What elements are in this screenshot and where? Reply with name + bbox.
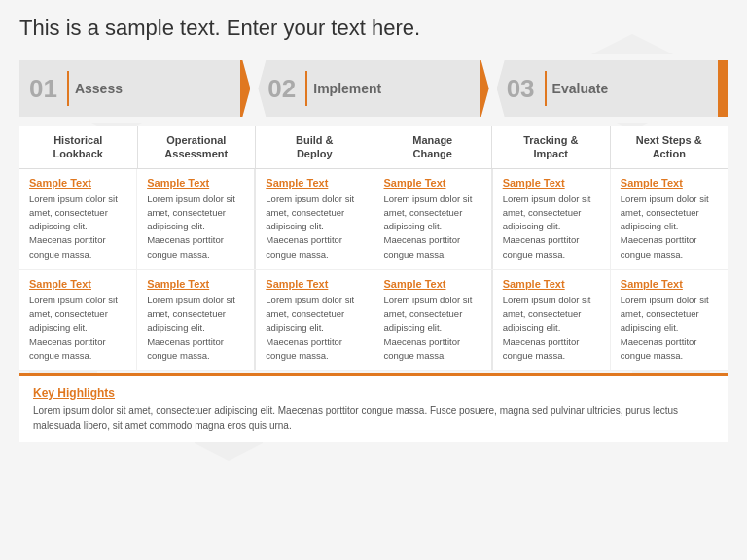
sample-link-2-6[interactable]: Sample Text xyxy=(621,278,718,290)
sample-link-1-3[interactable]: Sample Text xyxy=(266,177,363,189)
content-cell-2-3: Sample Text Lorem ipsum dolor sit amet, … xyxy=(256,270,374,370)
lorem-2-6: Lorem ipsum dolor sit amet, consectetuer… xyxy=(621,294,718,363)
step-2-orange-tab xyxy=(480,60,489,117)
lorem-2-5: Lorem ipsum dolor sit amet, consectetuer… xyxy=(503,294,600,363)
lorem-1-1: Lorem ipsum dolor sit amet, consectetuer… xyxy=(29,192,126,262)
col-pair-1: Sample Text Lorem ipsum dolor sit amet, … xyxy=(19,169,256,269)
step-3-label: Evaluate xyxy=(552,81,609,96)
subheader-2: Operational Assessment xyxy=(138,126,257,168)
steps-row: 01 Assess 02 Implement 03 Evaluate xyxy=(19,54,728,122)
content-area: Sample Text Lorem ipsum dolor sit amet, … xyxy=(19,169,728,372)
sample-link-1-5[interactable]: Sample Text xyxy=(503,177,600,189)
lorem-1-3: Lorem ipsum dolor sit amet, consectetuer… xyxy=(266,192,363,262)
col-pair-4: Sample Text Lorem ipsum dolor sit amet, … xyxy=(19,270,256,370)
content-cell-2-1: Sample Text Lorem ipsum dolor sit amet, … xyxy=(19,270,137,370)
step-1-divider xyxy=(67,71,69,106)
subheader-3: Build & Deploy xyxy=(256,126,374,168)
step-3-orange-tab xyxy=(718,60,728,117)
lorem-2-1: Lorem ipsum dolor sit amet, consectetuer… xyxy=(29,294,126,363)
step-3: 03 Evaluate xyxy=(497,60,728,117)
col-pair-5: Sample Text Lorem ipsum dolor sit amet, … xyxy=(256,270,492,370)
step-1-label: Assess xyxy=(75,81,123,96)
content-cell-1-4: Sample Text Lorem ipsum dolor sit amet, … xyxy=(374,169,491,269)
subheader-row: Historical Lookback Operational Assessme… xyxy=(19,126,728,169)
highlights-title: Key Highlights xyxy=(33,386,714,400)
highlights-text: Lorem ipsum dolor sit amet, consectetuer… xyxy=(33,403,714,433)
page-wrapper: This is a sample text. Enter your text h… xyxy=(0,0,747,456)
lorem-1-4: Lorem ipsum dolor sit amet, consectetuer… xyxy=(384,192,481,262)
sample-link-2-2[interactable]: Sample Text xyxy=(147,278,244,290)
subheader-1: Historical Lookback xyxy=(19,126,138,168)
step-2-number: 02 xyxy=(267,74,296,104)
sample-link-1-2[interactable]: Sample Text xyxy=(147,177,244,189)
content-row-1: Sample Text Lorem ipsum dolor sit amet, … xyxy=(19,169,728,270)
step-1-orange-tab xyxy=(240,60,250,117)
lorem-1-2: Lorem ipsum dolor sit amet, consectetuer… xyxy=(147,192,244,262)
page-title: This is a sample text. Enter your text h… xyxy=(19,16,728,41)
content-cell-2-6: Sample Text Lorem ipsum dolor sit amet, … xyxy=(611,270,728,370)
content-cell-1-1: Sample Text Lorem ipsum dolor sit amet, … xyxy=(19,169,137,269)
lorem-2-3: Lorem ipsum dolor sit amet, consectetuer… xyxy=(266,294,363,363)
sample-link-1-6[interactable]: Sample Text xyxy=(621,177,718,189)
content-cell-2-2: Sample Text Lorem ipsum dolor sit amet, … xyxy=(137,270,254,370)
subheader-4: Manage Change xyxy=(374,126,493,168)
content-cell-1-6: Sample Text Lorem ipsum dolor sit amet, … xyxy=(611,169,728,269)
sample-link-2-5[interactable]: Sample Text xyxy=(503,278,600,290)
lorem-2-2: Lorem ipsum dolor sit amet, consectetuer… xyxy=(147,294,244,363)
content-cell-1-5: Sample Text Lorem ipsum dolor sit amet, … xyxy=(493,169,611,269)
step-3-number: 03 xyxy=(507,74,535,104)
content-row-2: Sample Text Lorem ipsum dolor sit amet, … xyxy=(19,270,728,371)
sample-link-1-1[interactable]: Sample Text xyxy=(29,177,126,189)
content-cell-2-4: Sample Text Lorem ipsum dolor sit amet, … xyxy=(374,270,491,370)
step-1-number: 01 xyxy=(29,74,57,104)
col-pair-6: Sample Text Lorem ipsum dolor sit amet, … xyxy=(493,270,728,370)
lorem-2-4: Lorem ipsum dolor sit amet, consectetuer… xyxy=(384,294,481,363)
highlights-section: Key Highlights Lorem ipsum dolor sit ame… xyxy=(19,373,728,442)
subheader-6: Next Steps & Action xyxy=(611,126,729,168)
step-2: 02 Implement xyxy=(258,60,488,117)
col-pair-3: Sample Text Lorem ipsum dolor sit amet, … xyxy=(493,169,728,269)
content-cell-1-2: Sample Text Lorem ipsum dolor sit amet, … xyxy=(137,169,254,269)
sample-link-2-3[interactable]: Sample Text xyxy=(266,278,363,290)
subheader-5: Tracking & Impact xyxy=(492,126,611,168)
step-3-divider xyxy=(545,71,547,106)
lorem-1-5: Lorem ipsum dolor sit amet, consectetuer… xyxy=(503,192,600,262)
sample-link-1-4[interactable]: Sample Text xyxy=(384,177,481,189)
content-cell-2-5: Sample Text Lorem ipsum dolor sit amet, … xyxy=(493,270,611,370)
sample-link-2-4[interactable]: Sample Text xyxy=(384,278,481,290)
sample-link-2-1[interactable]: Sample Text xyxy=(29,278,126,290)
content-cell-1-3: Sample Text Lorem ipsum dolor sit amet, … xyxy=(256,169,374,269)
lorem-1-6: Lorem ipsum dolor sit amet, consectetuer… xyxy=(621,192,718,262)
col-pair-2: Sample Text Lorem ipsum dolor sit amet, … xyxy=(256,169,492,269)
step-2-divider xyxy=(305,71,307,106)
step-1: 01 Assess xyxy=(19,60,250,117)
step-2-label: Implement xyxy=(313,81,381,96)
